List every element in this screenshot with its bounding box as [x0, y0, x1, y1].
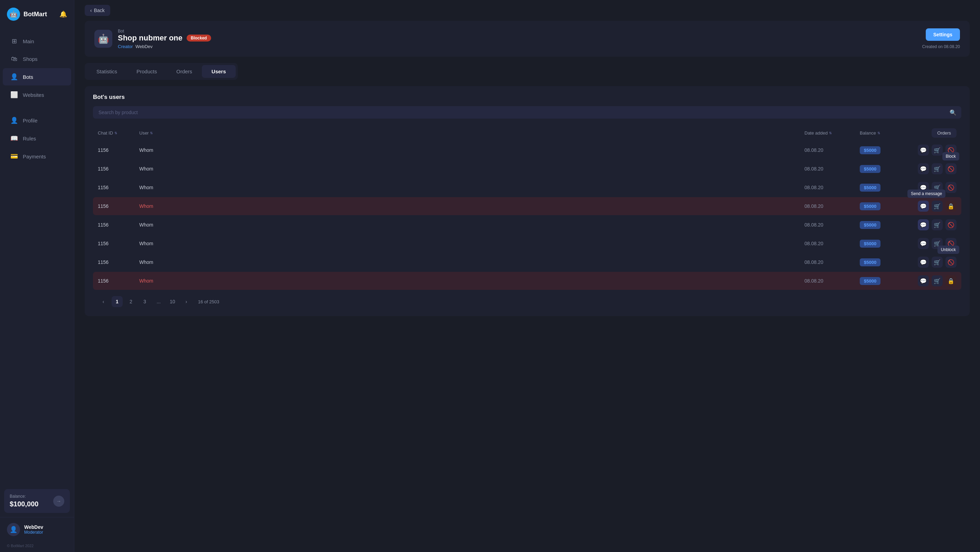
- created-label: Created on: [922, 44, 943, 49]
- back-label: Back: [94, 8, 105, 13]
- sort-icon: ⇅: [877, 131, 880, 135]
- message-button[interactable]: 💬: [918, 238, 929, 249]
- balance-arrow-btn[interactable]: →: [53, 496, 64, 507]
- cell-actions: 💬 🛒 🚫 Block: [918, 163, 956, 174]
- next-page-button[interactable]: ›: [181, 296, 192, 307]
- message-button[interactable]: 💬: [918, 145, 929, 156]
- cart-button[interactable]: 🛒: [932, 275, 943, 286]
- tab-users[interactable]: Users: [202, 65, 235, 78]
- sidebar-item-label: Profile: [23, 118, 38, 123]
- blocked-badge: Blocked: [186, 35, 211, 41]
- cell-user: Whom: [139, 203, 805, 209]
- cart-button[interactable]: 🛒: [932, 201, 943, 212]
- created-on: Created on 08.08.20: [922, 44, 960, 49]
- cart-button[interactable]: 🛒: [932, 257, 943, 268]
- users-section: Bot's users 🔍 Chat ID ⇅ User ⇅ Date: [85, 86, 970, 316]
- cell-chat-id: 1156: [98, 222, 139, 228]
- lock-button[interactable]: 🔒: [945, 201, 956, 212]
- sidebar-nav: ⊞ Main 🛍 Shops 👤 Bots ⬜ Websites 👤 Profi…: [0, 28, 74, 485]
- content-area: 🤖 Bot Shop nubmer one Blocked Creator We…: [74, 21, 980, 552]
- tab-statistics[interactable]: Statistics: [87, 65, 127, 78]
- tab-orders[interactable]: Orders: [167, 65, 202, 78]
- cart-button[interactable]: 🛒: [932, 145, 943, 156]
- sidebar-item-websites[interactable]: ⬜ Websites: [3, 86, 71, 104]
- sidebar-item-main[interactable]: ⊞ Main: [3, 32, 71, 50]
- sidebar-item-label: Main: [23, 38, 34, 44]
- col-orders: Orders: [932, 128, 956, 138]
- msg-btn-wrap: 💬 Send a message: [918, 201, 929, 212]
- cell-balance: $5000: [860, 146, 908, 154]
- sidebar-item-rules[interactable]: 📖 Rules: [3, 130, 71, 147]
- tab-products[interactable]: Products: [127, 65, 167, 78]
- orders-filter-button[interactable]: Orders: [932, 128, 956, 138]
- block-button[interactable]: 🚫: [945, 238, 956, 249]
- sidebar-user: 👤 WebDev Moderator: [0, 517, 74, 542]
- page-button-1[interactable]: 1: [111, 296, 123, 307]
- page-info: 16 of 2503: [198, 299, 219, 304]
- table-header: Chat ID ⇅ User ⇅ Date added ⇅ Balance ⇅: [93, 125, 961, 141]
- block-button[interactable]: 🚫: [945, 182, 956, 193]
- col-user[interactable]: User ⇅: [139, 131, 805, 136]
- bot-name-row: Shop nubmer one Blocked: [118, 34, 211, 43]
- cart-button[interactable]: 🛒: [932, 238, 943, 249]
- sidebar-item-shops[interactable]: 🛍 Shops: [3, 51, 71, 67]
- prev-page-button[interactable]: ‹: [98, 296, 109, 307]
- cell-actions: 💬 🛒 🚫: [918, 145, 956, 156]
- col-chat-id[interactable]: Chat ID ⇅: [98, 131, 139, 136]
- sidebar-item-payments[interactable]: 💳 Payments: [3, 148, 71, 165]
- balance-chip: $5000: [860, 202, 880, 210]
- message-button[interactable]: 💬: [918, 219, 929, 230]
- cart-button[interactable]: 🛒: [932, 219, 943, 230]
- sidebar-item-label: Shops: [23, 56, 38, 62]
- search-bar: 🔍: [93, 106, 961, 119]
- rules-icon: 📖: [10, 134, 18, 142]
- message-button[interactable]: 💬: [918, 163, 929, 174]
- cart-button[interactable]: 🛒: [932, 163, 943, 174]
- sidebar-item-profile[interactable]: 👤 Profile: [3, 112, 71, 129]
- balance-label: Balance:: [10, 494, 38, 499]
- created-date: 08.08.20: [944, 44, 960, 49]
- page-button-10[interactable]: 10: [167, 296, 178, 307]
- block-button[interactable]: 🚫: [945, 145, 956, 156]
- pagination: ‹ 1 2 3 ... 10 › 16 of 2503: [93, 290, 961, 308]
- settings-button[interactable]: Settings: [926, 28, 960, 41]
- bot-name: Shop nubmer one: [118, 34, 183, 43]
- sidebar-item-bots[interactable]: 👤 Bots: [3, 68, 71, 85]
- page-button-2[interactable]: 2: [126, 296, 137, 307]
- block-button[interactable]: 🚫: [945, 219, 956, 230]
- cell-date: 08.08.20: [805, 203, 860, 209]
- col-balance[interactable]: Balance ⇅: [860, 131, 908, 136]
- cart-button[interactable]: 🛒: [932, 182, 943, 193]
- page-button-3[interactable]: 3: [139, 296, 150, 307]
- message-button[interactable]: 💬: [918, 257, 929, 268]
- bot-avatar: 🤖: [94, 30, 112, 48]
- user-role: Moderator: [24, 530, 43, 535]
- balance-chip: $5000: [860, 165, 880, 173]
- message-button[interactable]: 💬: [918, 201, 929, 212]
- creator-label: Creator: [118, 44, 133, 49]
- lock-button[interactable]: 🔒: [945, 275, 956, 286]
- cell-balance: $5000: [860, 183, 908, 191]
- cell-date: 08.08.20: [805, 166, 860, 172]
- cell-actions: 💬 🛒 🚫: [918, 238, 956, 249]
- balance-chip: $5000: [860, 183, 880, 191]
- cell-user: Whom: [139, 259, 805, 265]
- col-date[interactable]: Date added ⇅: [805, 131, 860, 136]
- bot-info: 🤖 Bot Shop nubmer one Blocked Creator We…: [94, 29, 211, 49]
- search-input[interactable]: [93, 106, 961, 119]
- bell-icon[interactable]: 🔔: [59, 10, 67, 18]
- logo-text: BotMart: [24, 11, 47, 18]
- sort-icon: ⇅: [150, 131, 153, 135]
- message-button[interactable]: 💬: [918, 182, 929, 193]
- shops-icon: 🛍: [10, 55, 18, 62]
- table-row: 1156 Whom 08.08.20 $5000 💬 🛒 🚫: [93, 216, 961, 234]
- block-button[interactable]: 🚫: [945, 163, 956, 174]
- block-button[interactable]: 🚫: [945, 257, 956, 268]
- back-chevron-icon: ‹: [90, 8, 92, 13]
- message-button[interactable]: 💬: [918, 275, 929, 286]
- balance-chip: $5000: [860, 240, 880, 248]
- unblock-btn-wrap: 🚫 Unblock: [945, 257, 956, 268]
- cell-balance: $5000: [860, 258, 908, 266]
- search-icon[interactable]: 🔍: [950, 109, 956, 116]
- back-button[interactable]: ‹ Back: [85, 5, 110, 16]
